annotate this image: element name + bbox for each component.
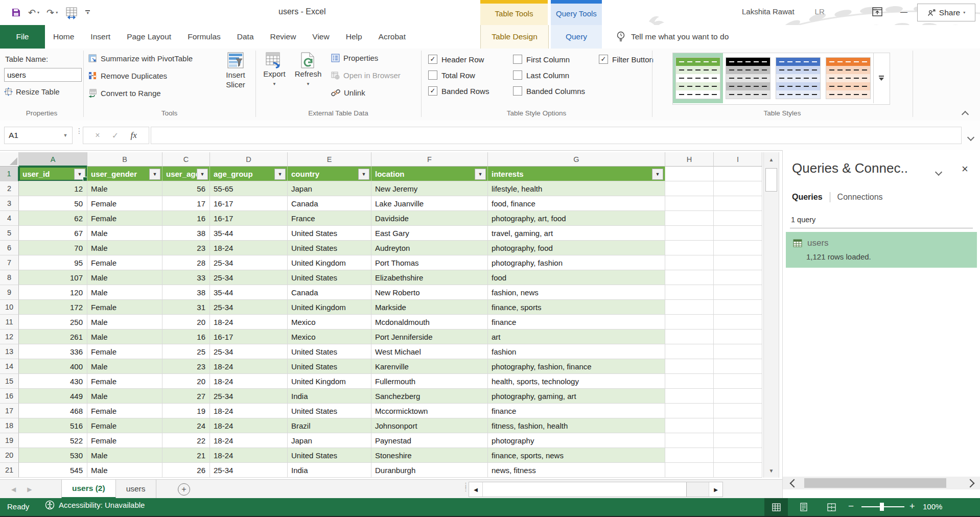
empty-cell[interactable]: [665, 463, 714, 478]
cell-D7[interactable]: 25-34: [210, 255, 288, 270]
zoom-level[interactable]: 100%: [923, 502, 942, 511]
cell-G16[interactable]: photography, gaming, art: [488, 389, 665, 404]
empty-cell[interactable]: [665, 285, 714, 300]
cell-D9[interactable]: 35-44: [210, 285, 288, 300]
cell-A14[interactable]: 400: [19, 359, 87, 374]
row-header-4[interactable]: 4: [0, 211, 19, 226]
formula-bar-handle[interactable]: ⋮: [76, 129, 83, 133]
cell-F8[interactable]: Elizabethshire: [371, 270, 488, 285]
cell-G3[interactable]: food, finance: [488, 196, 665, 211]
row-header-7[interactable]: 7: [0, 255, 19, 270]
cell-A19[interactable]: 522: [19, 433, 87, 448]
cell-C4[interactable]: 16: [162, 211, 210, 226]
redo-caret-icon[interactable]: ▾: [56, 10, 58, 15]
cell-B2[interactable]: Male: [87, 181, 162, 196]
header-cell-location[interactable]: location▼: [371, 167, 488, 181]
cell-G2[interactable]: lifestyle, health: [488, 181, 665, 196]
cell-B18[interactable]: Female: [87, 418, 162, 433]
table-style-orange[interactable]: [823, 53, 873, 103]
empty-cell[interactable]: [714, 181, 762, 196]
cell-B17[interactable]: Female: [87, 404, 162, 418]
cell-E8[interactable]: United States: [288, 270, 371, 285]
cell-B14[interactable]: Male: [87, 359, 162, 374]
empty-cell[interactable]: [714, 433, 762, 448]
header-cell-user_id[interactable]: user_id▼: [19, 167, 87, 181]
cell-D15[interactable]: 18-24: [210, 374, 288, 389]
customize-qat-button[interactable]: ▼: [85, 10, 90, 15]
cancel-icon[interactable]: ×: [95, 131, 100, 140]
cell-D6[interactable]: 18-24: [210, 241, 288, 255]
ribbon-display-options-button[interactable]: [869, 4, 886, 19]
properties-button[interactable]: Properties: [331, 54, 378, 62]
empty-cell[interactable]: [665, 448, 714, 463]
empty-cell[interactable]: [714, 255, 762, 270]
empty-cell[interactable]: [714, 389, 762, 404]
unlink-button[interactable]: Unlink: [331, 88, 365, 97]
cell-E18[interactable]: Brazil: [288, 418, 371, 433]
name-box[interactable]: ▼: [4, 127, 73, 144]
checkbox-banded-columns[interactable]: Banded Columns: [513, 86, 585, 96]
empty-cell[interactable]: [714, 330, 762, 344]
checkbox-banded-rows[interactable]: ✓Banded Rows: [428, 86, 489, 96]
tab-page-layout[interactable]: Page Layout: [119, 25, 179, 49]
panel-scroll-left-icon[interactable]: [790, 479, 799, 487]
table-style-blue[interactable]: [773, 53, 823, 103]
checkbox-filter-button[interactable]: ✓Filter Button: [599, 55, 654, 64]
cell-E16[interactable]: India: [288, 389, 371, 404]
tab-data[interactable]: Data: [229, 25, 262, 49]
filter-button-country[interactable]: ▼: [358, 169, 369, 180]
tab-view[interactable]: View: [304, 25, 337, 49]
autofit-column-width-button[interactable]: [65, 6, 78, 19]
empty-cell[interactable]: [714, 226, 762, 241]
cell-F11[interactable]: Mcdonaldmouth: [371, 315, 488, 330]
cell-G5[interactable]: travel, gaming, art: [488, 226, 665, 241]
filter-button-user_gender[interactable]: ▼: [149, 169, 160, 180]
cell-G7[interactable]: photography, fashion: [488, 255, 665, 270]
checkbox-last-column[interactable]: Last Column: [513, 70, 585, 80]
cell-E20[interactable]: United States: [288, 448, 371, 463]
row-header-10[interactable]: 10: [0, 300, 19, 315]
query-list-item[interactable]: users 1,121 rows loaded.: [786, 232, 977, 268]
panel-scroll-right-icon[interactable]: [966, 479, 975, 487]
filter-button-user_age[interactable]: ▼: [197, 169, 208, 180]
column-header-H[interactable]: H: [665, 152, 714, 167]
cell-C9[interactable]: 38: [162, 285, 210, 300]
cell-E2[interactable]: Japan: [288, 181, 371, 196]
redo-button[interactable]: ↷▾: [46, 7, 58, 18]
cell-E17[interactable]: United States: [288, 404, 371, 418]
row-header-2[interactable]: 2: [0, 181, 19, 196]
empty-cell[interactable]: [714, 241, 762, 255]
name-box-input[interactable]: [5, 130, 59, 140]
cell-B21[interactable]: Male: [87, 463, 162, 478]
header-cell-country[interactable]: country▼: [288, 167, 371, 181]
cell-A18[interactable]: 516: [19, 418, 87, 433]
cell-B3[interactable]: Female: [87, 196, 162, 211]
sheet-tab-users-2-[interactable]: users (2): [61, 480, 116, 499]
summarize-with-pivottable-button[interactable]: Summarize with PivotTable: [88, 54, 193, 63]
cell-E7[interactable]: United Kingdom: [288, 255, 371, 270]
empty-cell[interactable]: [665, 433, 714, 448]
sheet-tab-users[interactable]: users: [116, 480, 156, 499]
empty-cell[interactable]: [714, 315, 762, 330]
cell-G15[interactable]: health, sports, technology: [488, 374, 665, 389]
cell-C13[interactable]: 25: [162, 344, 210, 359]
empty-cell[interactable]: [665, 211, 714, 226]
select-all-corner[interactable]: [0, 152, 19, 167]
empty-cell[interactable]: [665, 167, 714, 181]
row-header-15[interactable]: 15: [0, 374, 19, 389]
avatar[interactable]: LR: [815, 7, 825, 16]
cell-D3[interactable]: 16-17: [210, 196, 288, 211]
empty-cell[interactable]: [665, 226, 714, 241]
scroll-right-button[interactable]: ▶: [709, 482, 722, 497]
undo-caret-icon[interactable]: ▾: [37, 10, 39, 15]
cell-G9[interactable]: fashion, news: [488, 285, 665, 300]
cell-E19[interactable]: Japan: [288, 433, 371, 448]
cell-F13[interactable]: West Michael: [371, 344, 488, 359]
checkbox-header-row[interactable]: ✓Header Row: [428, 55, 489, 64]
filter-button-location[interactable]: ▼: [475, 169, 486, 180]
cell-G8[interactable]: food: [488, 270, 665, 285]
cell-D18[interactable]: 18-24: [210, 418, 288, 433]
row-header-19[interactable]: 19: [0, 433, 19, 448]
row-header-5[interactable]: 5: [0, 226, 19, 241]
scroll-left-button[interactable]: ◀: [469, 482, 483, 497]
